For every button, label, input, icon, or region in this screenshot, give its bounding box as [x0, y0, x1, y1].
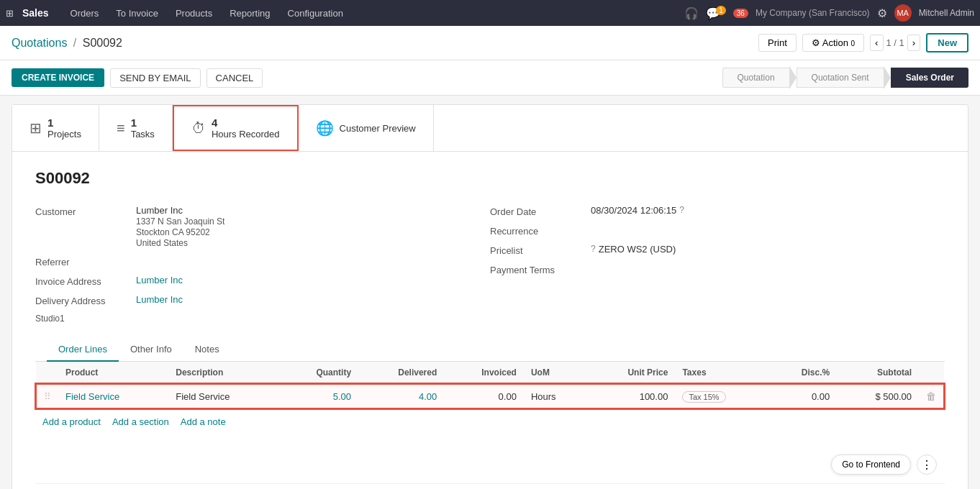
referrer-label: Referrer [35, 255, 136, 268]
next-page-button[interactable]: › [907, 35, 920, 51]
payment-terms-label: Payment Terms [490, 263, 591, 275]
studio-tag: Studio1 [35, 314, 490, 324]
floating-actions: Go to Frontend ⋮ [831, 454, 937, 475]
pricelist-value: ZERO WS2 (USD) [599, 244, 676, 255]
customer-name[interactable]: Lumber Inc [136, 205, 183, 216]
row-disc[interactable]: 0.00 [768, 384, 838, 408]
prev-page-button[interactable]: ‹ [870, 35, 883, 51]
pricelist-field: Pricelist ? ZERO WS2 (USD) [490, 244, 945, 256]
customer-address3: United States [136, 238, 224, 248]
row-handle[interactable]: ⠿ [36, 384, 58, 408]
action-count: 0 [851, 40, 856, 47]
smart-buttons: ⊞ 1 Projects ≡ 1 Tasks ⏱ 4 Hours Recorde… [12, 105, 968, 152]
breadcrumb-actions: Print ⚙ Action 0 ‹ 1 / 1 › New [758, 33, 968, 52]
top-navigation: ⊞ Sales Orders To Invoice Products Repor… [0, 0, 980, 26]
user-name[interactable]: Mitchell Admin [919, 8, 974, 18]
more-options-button[interactable]: ⋮ [917, 454, 937, 475]
add-note-link[interactable]: Add a note [181, 416, 226, 427]
avatar: MA [894, 4, 912, 22]
pricelist-label: Pricelist [490, 244, 591, 256]
col-handle [36, 362, 58, 384]
col-invoiced: Invoiced [444, 362, 524, 384]
projects-icon: ⊞ [30, 119, 42, 137]
support-icon[interactable]: 🎧 [684, 6, 699, 20]
document-card: ⊞ 1 Projects ≡ 1 Tasks ⏱ 4 Hours Recorde… [12, 104, 968, 489]
smart-btn-projects[interactable]: ⊞ 1 Projects [12, 105, 99, 151]
projects-count: 1 [47, 116, 81, 129]
row-delivered: 4.00 [358, 384, 444, 408]
smart-btn-customer-preview[interactable]: 🌐 Customer Preview [299, 105, 434, 151]
tasks-icon: ≡ [117, 120, 125, 137]
row-taxes[interactable]: Tax 15% [675, 384, 768, 408]
status-quotation[interactable]: Quotation [722, 68, 789, 88]
app-name[interactable]: Sales [22, 7, 49, 19]
delivery-address-value[interactable]: Lumber Inc [136, 294, 183, 305]
col-disc: Disc.% [768, 362, 838, 384]
settings-icon[interactable]: ⚙ [877, 6, 887, 20]
invoice-address-value[interactable]: Lumber Inc [136, 275, 183, 285]
add-product-link[interactable]: Add a product [42, 416, 101, 427]
status-arrow-2 [884, 66, 891, 89]
nav-to-invoice[interactable]: To Invoice [109, 5, 165, 22]
nav-configuration[interactable]: Configuration [281, 5, 350, 22]
breadcrumb-separator: / [73, 37, 76, 49]
col-actions [919, 362, 944, 384]
status-sales-order[interactable]: Sales Order [891, 68, 968, 88]
app-grid-icon[interactable]: ⊞ [6, 8, 14, 19]
action-button[interactable]: ⚙ Action 0 [802, 34, 864, 52]
order-date-field: Order Date 08/30/2024 12:06:15 ? [490, 205, 945, 217]
product-name[interactable]: Field Service [65, 391, 119, 402]
projects-label: Projects [47, 129, 81, 140]
drag-handle-icon: ⠿ [44, 391, 51, 402]
row-product[interactable]: Field Service [58, 384, 168, 408]
tab-notes[interactable]: Notes [183, 338, 231, 362]
cancel-button[interactable]: CANCEL [207, 68, 263, 88]
create-invoice-button[interactable]: CREATE INVOICE [12, 68, 104, 87]
col-unit-price: Unit Price [587, 362, 675, 384]
col-taxes: Taxes [675, 362, 768, 384]
print-button[interactable]: Print [758, 34, 797, 52]
new-button[interactable]: New [926, 33, 968, 52]
go-to-frontend-button[interactable]: Go to Frontend [831, 454, 911, 475]
delete-icon[interactable]: 🗑 [926, 390, 936, 402]
customer-value: Lumber Inc 1337 N San Joaquin St Stockto… [136, 205, 224, 248]
action-bar: CREATE INVOICE SEND BY EMAIL CANCEL Quot… [0, 60, 980, 96]
row-subtotal: $ 500.00 [837, 384, 919, 408]
smart-btn-hours[interactable]: ⏱ 4 Hours Recorded [173, 105, 299, 151]
tasks-count: 1 [131, 116, 155, 129]
clock-badge[interactable]: 36 [733, 9, 748, 18]
send-email-button[interactable]: SEND BY EMAIL [110, 68, 200, 88]
add-section-link[interactable]: Add a section [112, 416, 169, 427]
order-date-value: 08/30/2024 12:06:15 [591, 205, 676, 216]
row-unit-price[interactable]: 100.00 [587, 384, 675, 408]
recurrence-field: Recurrence [490, 224, 945, 237]
row-description[interactable]: Field Service [168, 384, 278, 408]
page-info: 1 / 1 [886, 37, 904, 48]
chat-badge: 1 [716, 6, 726, 15]
nav-reporting[interactable]: Reporting [222, 5, 277, 22]
tab-order-lines[interactable]: Order Lines [47, 338, 119, 362]
breadcrumb-bar: Quotations / S00092 Print ⚙ Action 0 ‹ 1… [0, 26, 980, 60]
row-delete[interactable]: 🗑 [919, 384, 944, 408]
status-quotation-sent[interactable]: Quotation Sent [797, 68, 884, 88]
smart-btn-tasks[interactable]: ≡ 1 Tasks [99, 105, 173, 151]
order-date-help: ? [679, 205, 684, 215]
delivery-address-label: Delivery Address [35, 294, 136, 306]
tabs: Order Lines Other Info Notes [35, 338, 945, 362]
tab-other-info[interactable]: Other Info [119, 338, 183, 362]
table-row: ⠿ Field Service Field Service 5.00 4.00 … [36, 384, 944, 408]
add-links: Add a product Add a section Add a note [35, 409, 945, 434]
payment-terms-field: Payment Terms [490, 263, 945, 275]
form-grid: Customer Lumber Inc 1337 N San Joaquin S… [35, 205, 945, 324]
page-navigation: ‹ 1 / 1 › [870, 35, 920, 51]
row-quantity[interactable]: 5.00 [278, 384, 358, 408]
col-uom: UoM [524, 362, 587, 384]
order-date-label: Order Date [490, 205, 591, 217]
nav-products[interactable]: Products [168, 5, 219, 22]
breadcrumb-parent[interactable]: Quotations [12, 37, 67, 49]
hours-icon: ⏱ [191, 120, 206, 137]
row-uom: Hours [524, 384, 587, 408]
form-body: S00092 Customer Lumber Inc 1337 N San Jo… [12, 152, 968, 489]
nav-orders[interactable]: Orders [63, 5, 106, 22]
spacer [35, 434, 945, 477]
